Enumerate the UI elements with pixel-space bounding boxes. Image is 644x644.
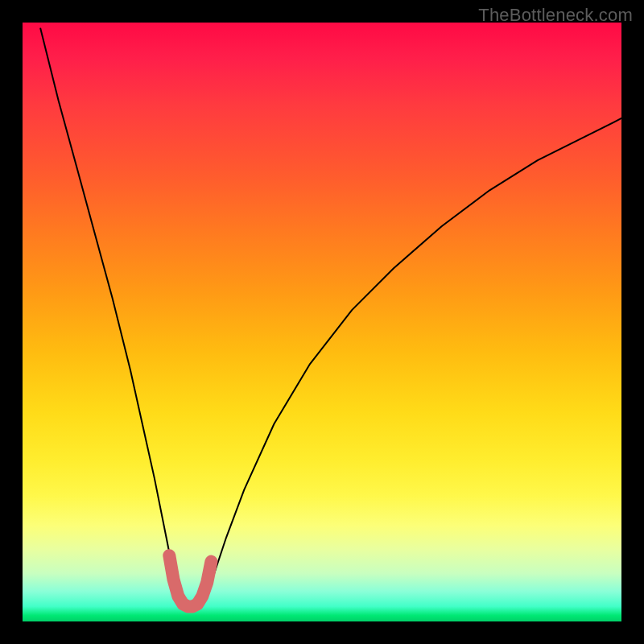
minimum-marker xyxy=(169,555,211,606)
watermark-text: TheBottleneck.com xyxy=(478,5,633,26)
bottleneck-curve xyxy=(40,28,621,606)
curve-svg xyxy=(23,23,621,621)
plot-area xyxy=(23,23,621,621)
